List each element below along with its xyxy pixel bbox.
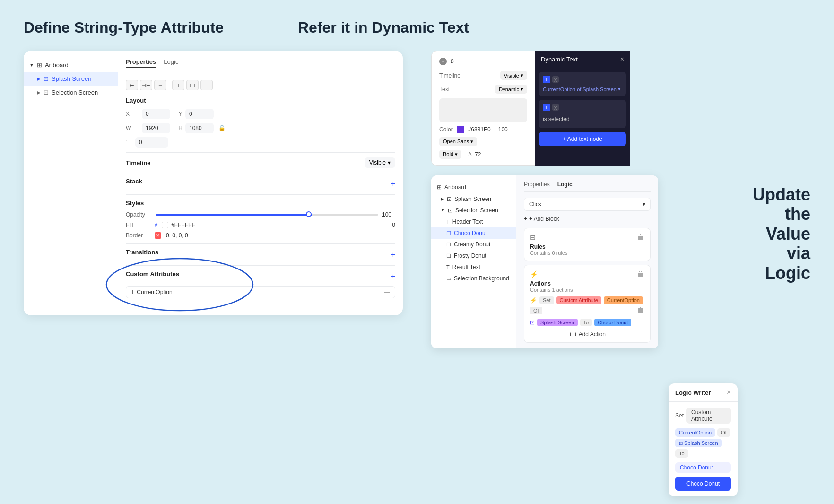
lightning-icon: ⚡ (530, 270, 538, 278)
align-center-v-btn[interactable]: ⊥⊤ (186, 80, 199, 90)
h-input[interactable] (185, 123, 214, 133)
wh-row: W H 🔓 (126, 123, 395, 133)
props-tabs: Properties Logic (126, 58, 395, 72)
logic-artboard-header: ⊞ Artboard (431, 181, 516, 193)
action-to-label: To (580, 319, 592, 326)
stack-add-btn[interactable]: + (391, 180, 395, 188)
lw-title: Logic Writer (675, 389, 711, 396)
align-center-h-btn[interactable]: ⊣⊢ (140, 80, 152, 90)
fill-color-swatch[interactable] (162, 222, 168, 228)
logic-creamy-donut-item[interactable]: ☐ Creamy Donut (431, 239, 516, 250)
dt-node-2: T {x} — is selected (539, 100, 626, 128)
plus-icon: + (569, 331, 572, 338)
logic-selection-screen-item[interactable]: ▼ ⊡ Selection Screen (431, 205, 516, 216)
chevron-down-icon: ▾ (455, 151, 458, 157)
logic-frosty-donut-item[interactable]: ☐ Frosty Donut (431, 250, 516, 261)
dt-color-row: Color #6331E0 100 (439, 126, 527, 133)
sidebar-item-selection-screen[interactable]: ▶ ⊡ Selection Screen (24, 86, 118, 99)
t-icon: T (543, 76, 550, 83)
lw-choco-btn[interactable]: Choco Donut (675, 477, 731, 491)
custom-attrs-header: Custom Attributes + (126, 270, 395, 282)
fill-hash-icon: # (155, 222, 157, 228)
dt-node-1-top: T {x} — (543, 76, 622, 83)
artboard-label: Artboard (45, 61, 69, 69)
dt-weight-dropdown[interactable]: Bold ▾ (439, 150, 461, 159)
tab-logic[interactable]: Logic (557, 181, 573, 188)
click-dropdown[interactable]: Click ▾ (524, 198, 651, 211)
add-block-btn[interactable]: + + Add Block (524, 216, 651, 222)
text-icon: T (446, 219, 450, 225)
align-right-btn[interactable]: ⊣ (154, 80, 166, 90)
fill-label: Fill (126, 222, 152, 228)
dt-right-panel: Dynamic Text × T {x} — CurrentOption of … (535, 51, 630, 166)
logic-choco-donut-item[interactable]: ☐ Choco Donut (431, 227, 516, 239)
w-input[interactable] (142, 123, 170, 133)
check-icon: ☐ (446, 253, 451, 259)
check-icon: ☐ (446, 230, 451, 236)
logic-panel: ⊞ Artboard ▶ ⊡ Splash Screen ▼ ⊡ Selecti… (431, 175, 658, 348)
dt-text-dropdown[interactable]: Dynamic ▾ (495, 85, 527, 94)
lw-input-box[interactable]: Choco Donut (675, 462, 731, 473)
screen-icon: ⊡ (448, 207, 452, 214)
bracket-icon: {x} (552, 76, 559, 83)
transitions-label: Transitions (126, 249, 158, 256)
xy-row: X Y (126, 109, 395, 119)
dt-right-header: Dynamic Text × (535, 51, 630, 68)
sidebar-item-splash-screen[interactable]: ▶ ⊡ Splash Screen (24, 72, 118, 86)
artboard-item[interactable]: ▼ ⊞ Artboard (24, 58, 118, 72)
transitions-add-btn[interactable]: + (391, 251, 395, 259)
lw-splash-chip: ⊡ Splash Screen (675, 439, 722, 447)
transitions-row: Transitions + (126, 249, 395, 261)
chevron-down-icon: ▾ (388, 159, 391, 166)
logic-header-text-item[interactable]: T Header Text (431, 216, 516, 227)
opacity-value: 100 (382, 211, 395, 218)
rules-delete-btn[interactable]: 🗑 (637, 233, 644, 242)
dt-node-1-value: CurrentOption of Splash Screen ▾ (543, 86, 622, 92)
dt-timeline-dropdown[interactable]: Visible ▾ (500, 71, 527, 80)
logic-splash-screen-item[interactable]: ▶ ⊡ Splash Screen (431, 193, 516, 205)
timeline-dropdown[interactable]: Visible ▾ (365, 157, 395, 168)
x-input[interactable] (142, 109, 170, 119)
align-top-btn[interactable]: ⊤ (172, 80, 184, 90)
lw-custom-attr-chip[interactable]: Custom Attribute (686, 408, 731, 424)
tab-properties[interactable]: Properties (524, 181, 550, 188)
add-action-btn[interactable]: + + Add Action (530, 331, 644, 338)
dt-title: Dynamic Text (541, 56, 578, 63)
radius-input[interactable] (135, 137, 168, 148)
action-custom-chip: Custom Attribute (556, 296, 601, 304)
logic-result-text-item[interactable]: T Result Text (431, 261, 516, 273)
lw-set-row: Set Custom Attribute (675, 408, 731, 424)
tab-logic[interactable]: Logic (164, 58, 178, 68)
left-section-title: Define String-Type Attribute (24, 19, 298, 36)
border-value: 0, 0, 0, 0 (166, 232, 188, 239)
dt-font-dropdown[interactable]: Open Sans ▾ (439, 137, 477, 146)
add-text-node-btn[interactable]: + Add text node (539, 132, 626, 146)
lw-close-btn[interactable]: × (727, 388, 731, 397)
dt-timeline-row: Timeline Visible ▾ (439, 71, 527, 80)
actions-delete-btn[interactable]: 🗑 (637, 270, 644, 278)
custom-attrs-label: Custom Attributes (126, 270, 179, 278)
action-lightning-icon: ⚡ (530, 297, 537, 304)
lw-chain-row: CurrentOption Of ⊡ Splash Screen To (675, 428, 731, 458)
attr-remove-btn[interactable]: — (384, 289, 390, 295)
align-bottom-btn[interactable]: ⊥ (200, 80, 213, 90)
layout-label: Layout (126, 97, 395, 104)
logic-selection-bg-item[interactable]: ▭ Selection Background (431, 273, 516, 284)
action-delete-icon[interactable]: 🗑 (637, 306, 644, 315)
arrow-right-icon: ▶ (37, 76, 41, 81)
node-1-minus-btn[interactable]: — (616, 76, 622, 83)
dt-size-label: A (468, 151, 472, 158)
dt-color-swatch[interactable] (457, 126, 464, 133)
tab-properties[interactable]: Properties (126, 58, 156, 68)
dt-timeline-label: Timeline (439, 72, 460, 79)
chevron-down-icon: ▾ (521, 86, 523, 92)
node-2-minus-btn[interactable]: — (616, 104, 622, 111)
dt-color-label: Color (439, 126, 453, 133)
align-left-btn[interactable]: ⊢ (126, 80, 138, 90)
lw-set-label: Set (675, 412, 684, 419)
dt-color-opacity: 100 (498, 126, 508, 133)
y-input[interactable] (185, 109, 214, 119)
dt-close-btn[interactable]: × (620, 55, 624, 63)
custom-attrs-add-btn[interactable]: + (391, 272, 395, 281)
opacity-slider[interactable] (156, 214, 378, 216)
